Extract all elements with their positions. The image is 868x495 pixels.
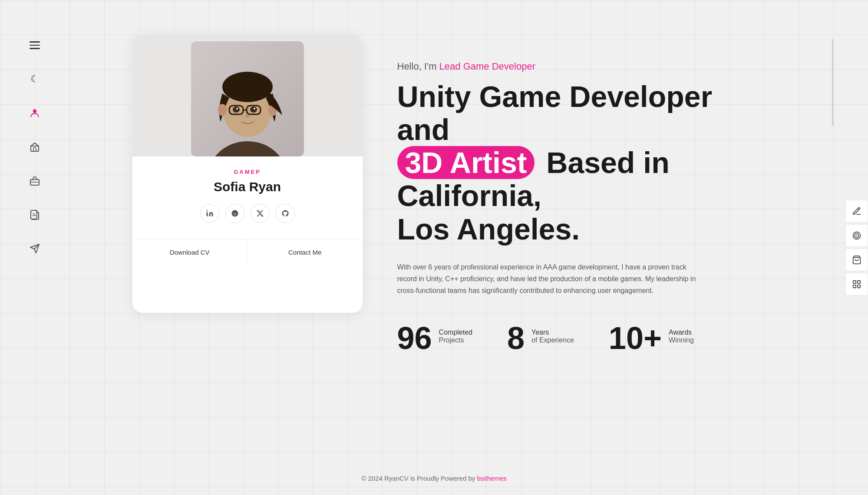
github-button[interactable] <box>276 204 295 223</box>
hero-content: Hello, I'm Lead Game Developer Unity Gam… <box>397 35 736 354</box>
stat-awards: 10+ Awards Winning <box>609 322 694 354</box>
social-links <box>200 204 295 223</box>
menu-icon[interactable] <box>24 35 45 56</box>
svg-point-29 <box>236 108 238 110</box>
footer-link[interactable]: bsithemes <box>477 475 506 482</box>
stat-awards-label-line1: Awards <box>669 329 694 336</box>
page-wrapper: ☾ <box>0 0 868 495</box>
hero-title-line1: Unity Game Developer and <box>397 80 713 146</box>
stat-awards-label-line2: Winning <box>669 336 694 344</box>
stat-experience-label-line2: of Experience <box>531 336 574 344</box>
svg-point-27 <box>233 106 240 113</box>
svg-point-28 <box>250 106 257 113</box>
card-actions: Download CV Contact Me <box>132 239 363 265</box>
briefcase-icon[interactable] <box>24 170 45 191</box>
vertical-accent-line <box>832 39 833 126</box>
pen-icon[interactable] <box>845 200 868 223</box>
svg-point-21 <box>222 72 273 102</box>
svg-point-30 <box>254 108 255 110</box>
right-sidebar <box>845 200 868 296</box>
person-icon[interactable] <box>24 103 45 123</box>
document-icon[interactable] <box>24 204 45 225</box>
hero-subtitle: Hello, I'm Lead Game Developer <box>397 61 736 72</box>
svg-point-33 <box>231 210 238 217</box>
svg-rect-14 <box>858 280 860 283</box>
grid-icon[interactable] <box>845 273 868 296</box>
svg-point-32 <box>206 210 208 212</box>
stats-row: 96 Completed Projects 8 Years of Experie… <box>397 322 736 354</box>
svg-rect-13 <box>853 280 856 283</box>
hero-subtitle-highlight: Lead Game Developer <box>439 61 535 72</box>
stat-projects-label-line1: Completed <box>439 329 472 336</box>
target-icon[interactable] <box>845 224 868 247</box>
stat-projects-number: 96 <box>397 322 432 354</box>
main-content: GAMEP Sofia Ryan <box>0 0 868 462</box>
svg-point-35 <box>235 213 236 214</box>
cart-icon[interactable] <box>845 249 868 271</box>
profile-card: GAMEP Sofia Ryan <box>132 35 363 313</box>
linkedin-button[interactable] <box>200 204 219 223</box>
left-sidebar: ☾ <box>0 0 69 495</box>
send-icon[interactable] <box>24 238 45 259</box>
hero-title-badge: 3D Artist <box>397 146 535 179</box>
footer: © 2024 RyanCV is Proudly Powered by bsit… <box>0 462 868 495</box>
footer-text: © 2024 RyanCV is Proudly Powered by <box>361 475 477 482</box>
svg-point-11 <box>856 235 858 236</box>
stat-awards-label: Awards Winning <box>669 322 694 344</box>
svg-point-31 <box>245 114 250 118</box>
stat-experience: 8 Years of Experience <box>507 322 574 354</box>
hero-title: Unity Game Developer and 3D Artist Based… <box>397 80 736 246</box>
download-cv-button[interactable]: Download CV <box>132 240 248 265</box>
svg-rect-2 <box>33 148 36 151</box>
stat-experience-number: 8 <box>507 322 525 354</box>
stat-projects-label: Completed Projects <box>439 322 472 344</box>
svg-rect-5 <box>31 210 37 219</box>
hero-subtitle-plain: Hello, I'm <box>397 61 439 72</box>
svg-line-8 <box>858 208 859 209</box>
stat-experience-label: Years of Experience <box>531 322 574 344</box>
svg-point-22 <box>218 104 227 116</box>
svg-rect-15 <box>853 285 856 287</box>
profile-info: GAMEP Sofia Ryan <box>132 156 363 239</box>
svg-point-34 <box>233 213 234 214</box>
svg-rect-16 <box>858 285 860 287</box>
contact-me-button[interactable]: Contact Me <box>248 240 363 265</box>
dark-mode-icon[interactable]: ☾ <box>24 69 45 90</box>
hero-description: With over 6 years of professional experi… <box>397 261 701 297</box>
profile-name: Sofia Ryan <box>214 179 281 194</box>
stat-projects-label-line2: Projects <box>439 336 472 344</box>
stat-projects: 96 Completed Projects <box>397 322 472 354</box>
svg-point-0 <box>33 109 37 113</box>
profile-tag: GAMEP <box>234 169 261 175</box>
hero-title-line3: Los Angeles. <box>397 213 580 246</box>
profile-photo-container <box>132 35 363 156</box>
stat-experience-label-line1: Years <box>531 329 574 336</box>
reddit-button[interactable] <box>225 204 244 223</box>
building-icon[interactable] <box>24 136 45 157</box>
stat-awards-number: 10+ <box>609 322 662 354</box>
x-twitter-button[interactable] <box>251 204 270 223</box>
svg-rect-1 <box>31 146 39 151</box>
